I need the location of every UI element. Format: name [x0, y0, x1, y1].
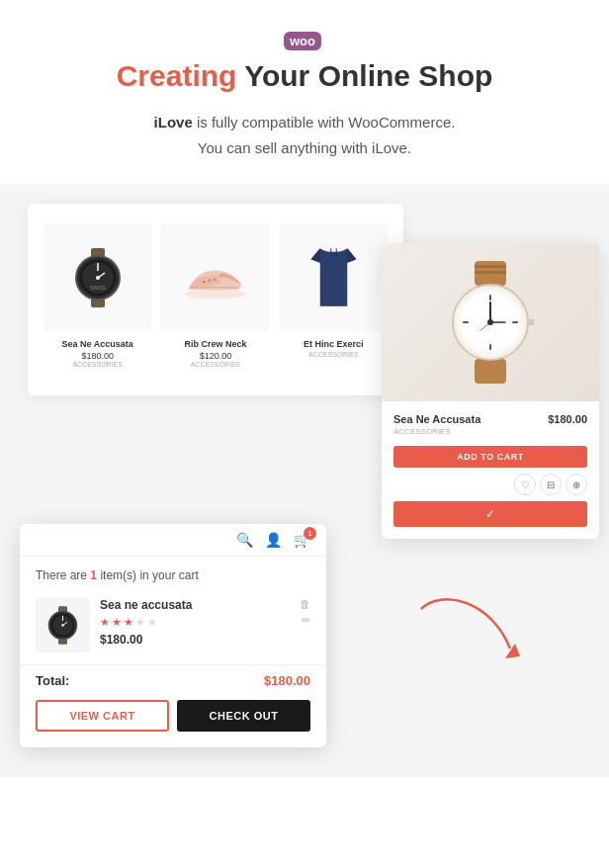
cart-delete-icon[interactable]: 🗑 [300, 598, 310, 610]
cart-badge: 1 [304, 527, 316, 540]
product-category-shoe: ACCESSORIES [161, 361, 269, 368]
star-2: ★ [112, 616, 122, 629]
product-detail-card: Sea Ne Accusata $180.00 ACCESSORIES ADD … [382, 243, 599, 539]
product-price-shoe: $120.00 [161, 351, 269, 361]
product-name-watch: Sea Ne Accusata [44, 339, 151, 349]
svg-point-11 [209, 280, 211, 282]
product-grid: SWISS Sea Ne Accusata $180.00 ACCESSORIE… [44, 223, 388, 368]
detail-product-category: ACCESSORIES [393, 427, 587, 436]
confirm-button[interactable]: ✓ [393, 501, 587, 527]
svg-rect-24 [463, 321, 469, 323]
cart-item-name: Sea ne accusata [100, 598, 290, 612]
compare-icon-button[interactable]: ⊟ [540, 474, 562, 495]
detail-title-row: Sea Ne Accusata $180.00 [393, 413, 587, 425]
svg-point-12 [214, 279, 216, 281]
svg-point-9 [185, 290, 246, 299]
detail-watch-icon [421, 253, 560, 391]
product-category-shirt: ACCESSORIES [280, 351, 388, 358]
cart-action-buttons: VIEW CART CHECK OUT [20, 700, 326, 747]
detail-product-image [382, 243, 599, 401]
star-4: ★ [135, 616, 145, 629]
cart-nav-icon[interactable]: 🛒 1 [294, 532, 310, 548]
svg-rect-30 [528, 319, 534, 325]
product-name-shirt: Et Hinc Exerci [280, 339, 388, 349]
product-listing-card: SWISS Sea Ne Accusata $180.00 ACCESSORIE… [28, 204, 403, 395]
checkout-button[interactable]: CHECK OUT [177, 700, 310, 732]
product-item-shirt[interactable]: Et Hinc Exerci ACCESSORIES [280, 223, 388, 368]
svg-rect-18 [475, 271, 506, 274]
cart-header-pre: There are [36, 568, 90, 582]
cart-total-label: Total: [36, 673, 69, 688]
woo-logo-text: woo [290, 34, 315, 48]
search-nav-icon[interactable]: 🔍 [236, 532, 253, 548]
product-image-watch: SWISS [44, 223, 151, 331]
product-image-shoe [161, 223, 269, 331]
detail-product-price: $180.00 [548, 413, 587, 425]
cart-header-post: item(s) in your cart [97, 568, 199, 582]
wishlist-icon-button[interactable]: ♡ [514, 474, 536, 495]
cart-item-image [36, 598, 90, 652]
mini-nav: 🔍 👤 🛒 1 [20, 524, 326, 557]
cart-item-actions: 🗑 ✏ [300, 598, 310, 627]
detail-action-icons: ♡ ⊟ ⊕ [393, 474, 587, 495]
watch-icon: SWISS [63, 243, 132, 312]
svg-rect-17 [475, 265, 506, 268]
title-accent: Creating [117, 59, 244, 92]
detail-product-info: Sea Ne Accusata $180.00 ACCESSORIES ADD … [382, 401, 599, 539]
product-price-watch: $180.00 [44, 351, 151, 361]
demo-area: SWISS Sea Ne Accusata $180.00 ACCESSORIE… [0, 184, 609, 777]
cart-total-price: $180.00 [264, 673, 310, 688]
svg-point-10 [203, 281, 205, 283]
star-3: ★ [124, 616, 133, 629]
product-category-watch: ACCESSORIES [44, 361, 151, 368]
subtitle-line1: is fully compatible with WooCommerce. [193, 114, 456, 130]
cart-header: There are 1 item(s) in your cart [20, 557, 326, 590]
product-item-shoe[interactable]: Rib Crew Neck $120.00 ACCESSORIES [161, 223, 269, 368]
svg-rect-25 [512, 321, 518, 323]
title-main: Your Online Shop [244, 59, 492, 92]
svg-marker-39 [505, 644, 520, 658]
cart-item-price: $180.00 [100, 633, 290, 647]
product-image-shirt [280, 223, 388, 331]
header-section: woo Creating Your Online Shop iLove is f… [0, 0, 609, 184]
product-name-shoe: Rib Crew Neck [161, 339, 269, 349]
cart-total-row: Total: $180.00 [20, 664, 326, 700]
svg-rect-23 [489, 344, 491, 350]
cart-item-stars: ★ ★ ★ ★ ★ [100, 616, 290, 629]
zoom-icon-button[interactable]: ⊕ [566, 474, 587, 495]
page-subtitle: iLove is fully compatible with WooCommer… [40, 110, 569, 160]
view-cart-button[interactable]: VIEW CART [36, 700, 169, 732]
brand-name: iLove [154, 114, 193, 130]
svg-rect-22 [489, 295, 491, 301]
cart-item-details: Sea ne accusata ★ ★ ★ ★ ★ $180.00 [100, 598, 290, 647]
woo-logo: woo [284, 32, 321, 50]
svg-point-7 [96, 276, 100, 280]
add-to-cart-button[interactable]: ADD TO CART [393, 446, 587, 468]
detail-product-name: Sea Ne Accusata [393, 413, 480, 425]
svg-rect-16 [475, 359, 506, 384]
shoe-icon [181, 250, 250, 304]
shirt-icon [306, 240, 361, 314]
product-item-watch[interactable]: SWISS Sea Ne Accusata $180.00 ACCESSORIE… [44, 223, 151, 368]
user-nav-icon[interactable]: 👤 [265, 532, 282, 548]
svg-text:SWISS: SWISS [90, 285, 107, 291]
star-5: ★ [147, 616, 157, 629]
cart-dropdown: 🔍 👤 🛒 1 There are 1 item(s) in your cart [20, 524, 326, 747]
arrow-decoration [411, 589, 530, 668]
subtitle-line2: You can sell anything with iLove. [198, 139, 411, 156]
svg-point-38 [61, 624, 64, 627]
star-1: ★ [100, 616, 110, 629]
cart-watch-icon [41, 603, 85, 648]
cart-item: Sea ne accusata ★ ★ ★ ★ ★ $180.00 🗑 ✏ [20, 590, 326, 660]
svg-point-29 [487, 319, 493, 325]
woo-badge: woo [284, 32, 325, 50]
cart-edit-icon[interactable]: ✏ [302, 614, 310, 627]
page-title: Creating Your Online Shop [40, 58, 569, 94]
